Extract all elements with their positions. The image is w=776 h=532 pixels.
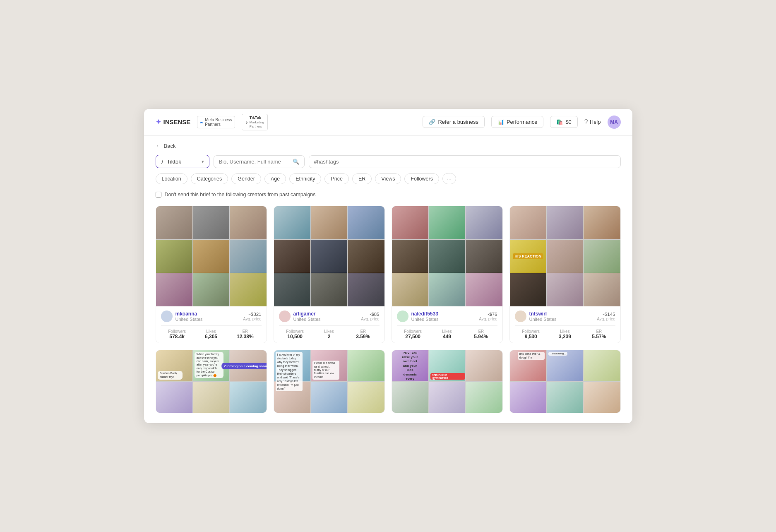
filter-age[interactable]: Age (264, 173, 286, 184)
bottom-collage-img (311, 382, 347, 413)
hashtag-input[interactable] (309, 155, 621, 168)
filter-price[interactable]: Price (324, 173, 348, 184)
exclude-past-campaigns-label: Don't send this brief to the following c… (165, 192, 316, 197)
card-text-overlay: Braxton Body builder myt (158, 371, 183, 380)
collage-img (429, 206, 465, 239)
tiktok-partner-badge: ♪ TikTokMarketingPartners (242, 114, 268, 130)
creator-price: ~$145 (597, 312, 615, 317)
creator-avatar-arligamer (279, 311, 291, 322)
filter-ethnicity[interactable]: Ethnicity (289, 173, 321, 184)
bottom-collage-img (348, 350, 384, 381)
platform-select[interactable]: ♪ Tiktok ▾ (156, 155, 209, 168)
refer-business-button[interactable]: 🔗 Refer a business (423, 116, 485, 128)
tiktok-label: TikTokMarketingPartners (250, 116, 264, 129)
card-text-overlay: this rule in gymnastics (430, 373, 465, 380)
bottom-collage-img: Clothing haul coming soon 🧡 (230, 350, 266, 381)
creator-collage-mkoanna (156, 206, 267, 306)
collage-img (311, 273, 347, 306)
insense-logo: ✦ INSENSE (156, 118, 191, 126)
stat-likes-value: 3,239 (549, 334, 581, 339)
collage-img (392, 206, 428, 239)
bottom-collage-img (230, 382, 266, 413)
card-text-overlay: I work in a small rural school. Many of … (312, 361, 339, 380)
creator-card-bottom-3: POV: You raise your own beef and your ki… (392, 350, 503, 413)
help-button[interactable]: ? Help (584, 118, 601, 126)
creator-name-info: naledit5533 United States (411, 311, 439, 322)
creator-name-left: mkoanna United States (161, 311, 203, 322)
stat-likes-value: 449 (431, 334, 463, 339)
user-avatar[interactable]: MA (608, 116, 621, 129)
collage-img (547, 240, 583, 273)
header-logo: ✦ INSENSE ∞ Meta BusinessPartners ♪ TikT… (156, 114, 268, 130)
creator-avatar-naledit5533 (397, 311, 408, 322)
stat-followers: Followers 9,530 (515, 329, 547, 339)
collage-img (274, 206, 310, 239)
creator-country: United States (175, 317, 203, 322)
creator-search-input[interactable] (219, 159, 289, 165)
collage-img (547, 206, 583, 239)
stat-followers: Followers 27,500 (397, 329, 429, 339)
collage-img (584, 240, 620, 273)
back-button[interactable]: ← Back (156, 142, 621, 149)
bottom-collage-4: lets doha over & dough I'm ...adohabefg.… (510, 350, 620, 413)
filter-gender[interactable]: Gender (231, 173, 261, 184)
filter-followers[interactable]: Followers (404, 173, 439, 184)
collage-img (311, 240, 347, 273)
filter-categories[interactable]: Categories (191, 173, 228, 184)
bottom-collage-1: Braxton Body builder myt When your famil… (156, 350, 267, 413)
stat-er-label: ER (347, 329, 379, 334)
avatar-initials: MA (610, 119, 618, 125)
stat-followers: Followers 578.4k (161, 329, 193, 339)
creator-handle[interactable]: arligamer (293, 311, 321, 317)
collage-img (348, 273, 384, 306)
search-row: ♪ Tiktok ▾ 🔍 (156, 155, 621, 168)
creator-price: ~$85 (361, 312, 379, 317)
creator-name-row: mkoanna United States ~$321 Avg. price (161, 311, 262, 322)
creator-handle[interactable]: tntswirl (529, 311, 557, 317)
exclude-past-campaigns-checkbox[interactable] (156, 192, 161, 197)
collage-img (230, 273, 266, 306)
stat-followers-label: Followers (397, 329, 429, 334)
meta-label: Meta BusinessPartners (205, 118, 232, 127)
stat-followers-label: Followers (279, 329, 311, 334)
bottom-collage-img: ...adohabefg... (547, 350, 583, 381)
creator-card-tntswirl: HIS REACTION tntswirl United S (509, 206, 621, 343)
more-filters-button[interactable]: ··· (442, 173, 456, 184)
creator-collage-tntswirl: HIS REACTION (510, 206, 620, 306)
creator-handle[interactable]: naledit5533 (411, 311, 439, 317)
price-label: Avg. price (597, 317, 615, 321)
collage-img (392, 240, 428, 273)
filter-views[interactable]: Views (375, 173, 401, 184)
card-text-overlay: POV: You raise your own beef and your ki… (401, 351, 419, 381)
bottom-collage-img (429, 382, 465, 413)
stat-likes: Likes 2 (313, 329, 345, 339)
creator-name-left: arligamer United States (279, 311, 321, 322)
collage-img (547, 273, 583, 306)
creator-info-arligamer: arligamer United States ~$85 Avg. price … (274, 306, 384, 343)
stat-er-value: 5.57% (583, 334, 615, 339)
creator-search-input-wrap: 🔍 (214, 155, 305, 168)
bottom-collage-img (392, 382, 428, 413)
wallet-button[interactable]: 🛍️ $0 (550, 116, 577, 128)
stat-likes-label: Likes (313, 329, 345, 334)
stat-er-label: ER (229, 329, 261, 334)
creator-handle[interactable]: mkoanna (175, 311, 203, 317)
meta-icon: ∞ (200, 120, 203, 125)
collage-img: HIS REACTION (510, 240, 546, 273)
wallet-amount: $0 (565, 119, 571, 125)
collage-img (510, 273, 546, 306)
performance-label: Performance (507, 119, 537, 125)
bottom-collage-2: I asked one of my students today why the… (274, 350, 384, 413)
price-label: Avg. price (361, 317, 379, 321)
collage-img (311, 206, 347, 239)
bottom-collage-img (584, 382, 620, 413)
stat-likes: Likes 449 (431, 329, 463, 339)
stat-er: ER 5.94% (465, 329, 497, 339)
performance-button[interactable]: 📊 Performance (491, 116, 543, 128)
chart-icon: 📊 (497, 119, 504, 125)
filter-er[interactable]: ER (352, 173, 372, 184)
stat-er: ER 12.38% (229, 329, 261, 339)
stat-likes: Likes 6,305 (195, 329, 227, 339)
stat-followers-value: 27,500 (397, 334, 429, 339)
filter-location[interactable]: Location (156, 173, 187, 184)
